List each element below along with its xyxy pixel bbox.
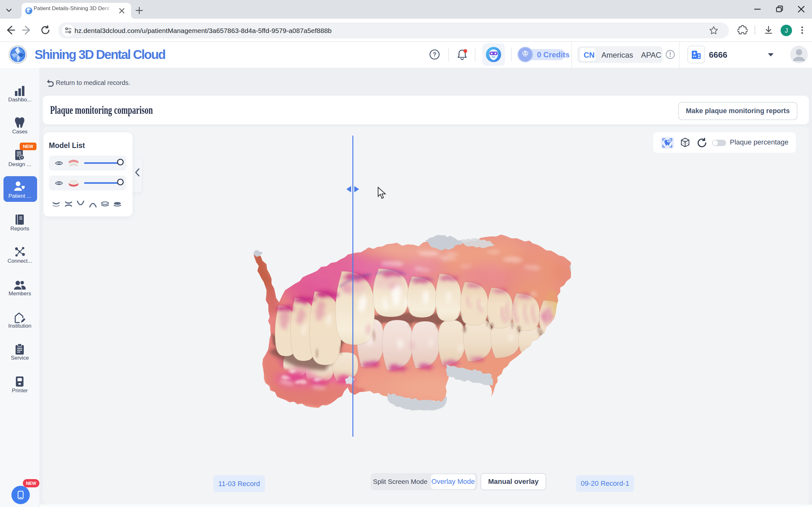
svg-text:?: ? (433, 51, 437, 58)
